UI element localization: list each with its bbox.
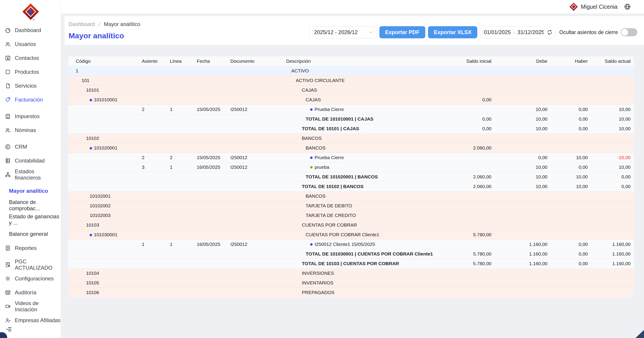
table-row-group[interactable]: 10102001BANCOS (68, 192, 634, 201)
sidebar-item-productos[interactable]: Productos (0, 65, 61, 79)
export-xlsx-button[interactable]: Exportar XLSX (428, 26, 477, 38)
table-row-group[interactable]: 10104INVERSIONES (68, 268, 634, 278)
table-row-group[interactable]: 10103CUENTAS POR COBRAR (68, 220, 634, 230)
export-pdf-button[interactable]: Exportar PDF (379, 26, 425, 38)
sidebar-item-videos-de-iniciaci-n[interactable]: Videos de Iniciación (0, 300, 61, 313)
cell-descripcion-value: TOTAL DE 101020001 | BANCOS (306, 172, 378, 182)
sidebar-item-auditor-a[interactable]: Auditoría (0, 286, 61, 300)
sidebar-item-crm[interactable]: CRM (0, 140, 61, 154)
column-header-codigo: Código (68, 56, 140, 66)
cell-haber: 0,00 (551, 162, 591, 172)
sidebar-subitem-balance-de-comprobac-[interactable]: Balance de comprobac... (0, 198, 61, 212)
sidebar-item-estados-financieros[interactable]: Estados financieros (0, 168, 61, 182)
user-menu[interactable]: e Miguel Cicenia (570, 3, 632, 11)
cell-descripcion-value: TARJETA DE DEBITO (306, 201, 352, 210)
table-row-group[interactable]: 10102002TARJETA DE DEBITO (68, 201, 634, 211)
cell-descripcion-value: Prueba Cierre (314, 153, 344, 162)
sidebar-item-label: Estados financieros (15, 168, 61, 181)
cell-descripcion: prueba (284, 162, 448, 172)
sidebar-item-configuraciones[interactable]: Configuraciones (0, 272, 61, 286)
cell-asiento: 2 (140, 153, 168, 162)
cell-saldo-inicial: 0,00 (448, 124, 495, 133)
date-range-arrow-icon: → (512, 29, 516, 35)
cell-descripcion: CUENTAS POR COBRAR (284, 220, 448, 230)
sync-icon (546, 29, 553, 36)
cell-descripcion-value: BANCOS (302, 134, 322, 143)
cell-saldo-actual: 10,00 (591, 114, 634, 124)
table-row-account[interactable]: 101030001CUENTAS POR COBRAR Cliente15.78… (68, 230, 634, 240)
sidebar-item-impuestos[interactable]: Impuestos (0, 110, 61, 123)
cell-descripcion: Prueba Cierre (284, 153, 448, 162)
table-row-account[interactable]: 101020001BANCOS2.060,00 (68, 143, 634, 153)
cell-descripcion-value: ACTIVO (291, 66, 309, 76)
table-row-group[interactable]: 101ACTIVO CIRCULANTE (68, 76, 634, 86)
sidebar: e ® DashboardUsuariosContactosProductosS… (0, 0, 61, 338)
cell-saldo-actual: 1.160,00 (591, 240, 634, 249)
cell-codigo: 10101 (68, 86, 140, 95)
cell-saldo-actual: 1.160,00 (591, 249, 634, 259)
account-dot-icon (90, 234, 92, 236)
sidebar-item-reportes[interactable]: Reportes (0, 241, 61, 255)
sidebar-item-label: Balance de comprobac... (9, 199, 61, 212)
doc-badge-icon (4, 261, 11, 268)
sidebar-item-servicios[interactable]: Servicios (0, 79, 61, 93)
period-select[interactable]: 2025/12 - 2026/12 (310, 26, 377, 38)
sidebar-subitem-mayor-anal-tico[interactable]: Mayor analítico (0, 184, 61, 198)
sidebar-item-label: Mayor analítico (9, 188, 48, 194)
table-row-group[interactable]: 10102BANCOS (68, 134, 634, 143)
cell-haber: 0,00 (551, 124, 591, 133)
sidebar-item-pgc-actualizado[interactable]: PGC ACTUALIZADO (0, 258, 61, 272)
globe-icon[interactable] (624, 3, 632, 10)
sidebar-subitem-balance-general[interactable]: Balance general (0, 227, 61, 241)
cell-codigo-value: 10101 (86, 88, 99, 92)
cell-descripcion: Prueba Cierre (284, 105, 448, 114)
breadcrumb-dashboard[interactable]: Dashboard (68, 21, 95, 27)
logo-registered-mark: ® (33, 18, 34, 21)
sidebar-item-n-minas[interactable]: Nóminas (0, 123, 61, 137)
cell-descripcion: ACTIVO CIRCULANTE (284, 76, 448, 85)
cell-haber: 0,00 (551, 249, 591, 259)
date-to[interactable]: 31/12/2025 (518, 29, 544, 36)
sidebar-item-label: CRM (15, 144, 27, 150)
table-row-total: TOTAL DE 101010001 | CAJAS0,0010,000,001… (68, 114, 634, 124)
refresh-button[interactable] (544, 26, 556, 38)
table-row-group[interactable]: 10105INVENTARIOS (68, 278, 634, 288)
date-from[interactable]: 01/01/2025 (484, 29, 511, 36)
cell-descripcion-value: CUENTAS POR COBRAR Cliente1 (306, 230, 379, 240)
cell-descripcion: TOTAL DE 101010001 | CAJAS (284, 114, 448, 124)
cell-codigo: 10102001 (68, 192, 140, 201)
user-name[interactable]: Miguel Cicenia (581, 4, 618, 10)
cell-codigo-value: 101010001 (94, 97, 118, 102)
table-row-group[interactable]: 10101CAJAS (68, 86, 634, 95)
hide-closing-entries-toggle[interactable] (621, 28, 637, 36)
sidebar-subitem-estado-de-ganancias-y-[interactable]: Estado de ganancias y ... (0, 212, 61, 227)
date-range-picker[interactable]: 01/01/2025 → 31/12/2025 (480, 26, 541, 38)
cell-codigo: 101020001 (68, 143, 140, 153)
sidebar-item-contactos[interactable]: Contactos (0, 51, 61, 65)
table-row-detail: 2115/05/2025I250012Prueba Cierre10,000,0… (68, 105, 634, 114)
calculator-icon (4, 113, 11, 120)
sidebar-item-facturaci-n[interactable]: Facturación (0, 93, 61, 107)
table-row-group[interactable]: 1ACTIVO (68, 66, 634, 76)
cell-descripcion-value: TOTAL DE 10102 | BANCOS (302, 182, 364, 191)
cell-debe: 10,00 (495, 114, 551, 124)
cell-saldo-inicial: 2.060,00 (448, 143, 495, 153)
cell-debe: 10,00 (495, 162, 551, 172)
page-header: Dashboard / Mayor analítico Mayor analít… (64, 16, 644, 45)
cell-descripcion: PREPAGADOS (284, 288, 448, 297)
sidebar-item-usuarios[interactable]: Usuarios (0, 37, 61, 51)
sidebar-item-contabilidad[interactable]: Contabilidad (0, 154, 61, 168)
table-row-group[interactable]: 10106PREPAGADOS (68, 288, 634, 298)
column-header-haber: Haber (551, 56, 591, 66)
table-row-group[interactable]: 10102003TARJETA DE CREDITO (68, 211, 634, 220)
cell-debe: 10,00 (495, 172, 551, 182)
cell-linea: 1 (168, 240, 195, 249)
sidebar-bottom (0, 322, 61, 338)
table-row-detail: 3116/05/2025I250012prueba10,000,0010,00 (68, 162, 634, 172)
table-row-account[interactable]: 101010001CAJAS0,00 (68, 95, 634, 105)
entry-dot-icon (310, 156, 312, 159)
company-logo-small: e (570, 3, 578, 11)
table-body: 1ACTIVO101ACTIVO CIRCULANTE10101CAJAS101… (68, 66, 634, 298)
sidebar-item-dashboard[interactable]: Dashboard (0, 23, 61, 37)
cell-saldo-inicial: 2.060,00 (448, 172, 495, 182)
